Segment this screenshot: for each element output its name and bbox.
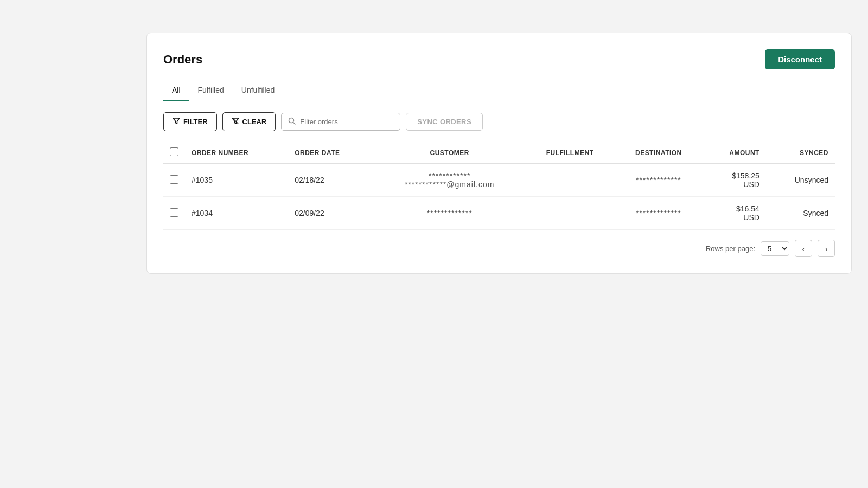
table-row: #103502/18/22************************@gm… [163,164,835,197]
cell-destination: ************* [615,164,703,197]
search-icon [288,117,296,126]
header-destination: DESTINATION [615,142,703,164]
search-wrapper [281,113,400,131]
chevron-left-icon: ‹ [802,244,805,253]
cell-customer: ************************@gmail.com [374,164,525,197]
next-page-button[interactable]: › [818,240,835,257]
cell-order-date: 02/18/22 [288,164,374,197]
clear-label: CLEAR [242,118,267,126]
header-checkbox-cell [163,142,185,164]
row-checkbox[interactable] [170,175,178,184]
tabs-bar: All Fulfilled Unfulfilled [163,80,835,101]
svg-line-2 [293,123,296,125]
main-content: Orders Disconnect All Fulfilled Unfulfil… [130,0,868,488]
filter-label: FILTER [183,118,208,126]
tab-unfulfilled[interactable]: Unfulfilled [233,80,283,101]
cell-amount: $158.25USD [703,164,766,197]
pagination-bar: Rows per page: 5102550 ‹ › [163,230,835,257]
customer-masked-name: ************ [380,171,519,180]
cell-order-number: #1035 [185,164,288,197]
header-customer: CUSTOMER [374,142,525,164]
unsynced-status: Unsynced [795,176,828,184]
header-order-number: ORDER NUMBER [185,142,288,164]
tab-fulfilled[interactable]: Fulfilled [189,80,233,101]
cell-customer: ************* [374,197,525,230]
disconnect-button[interactable]: Disconnect [765,49,835,69]
customer-masked-name: ************* [380,209,519,217]
select-all-checkbox[interactable] [170,147,178,156]
cell-order-date: 02/09/22 [288,197,374,230]
row-checkbox[interactable] [170,208,178,217]
toolbar: FILTER CLEAR [163,112,835,131]
cell-synced: Unsynced [766,164,835,197]
header-order-date: ORDER DATE [288,142,374,164]
prev-page-button[interactable]: ‹ [795,240,812,257]
synced-status: Synced [803,209,828,217]
orders-table-wrap: ORDER NUMBER ORDER DATE CUSTOMER FULFILL… [163,142,835,230]
header-synced: SYNCED [766,142,835,164]
header-amount: AMOUNT [703,142,766,164]
cell-fulfillment [525,197,615,230]
cell-destination: ************* [615,197,703,230]
table-row: #103402/09/22**************************$… [163,197,835,230]
orders-card: Orders Disconnect All Fulfilled Unfulfil… [146,33,852,274]
rows-per-page-label: Rows per page: [706,245,755,253]
orders-tbody: #103502/18/22************************@gm… [163,164,835,230]
clear-icon [232,117,239,126]
clear-button[interactable]: CLEAR [222,112,276,131]
row-checkbox-cell [163,197,185,230]
chevron-right-icon: › [825,244,828,253]
cell-synced: Synced [766,197,835,230]
cell-amount: $16.54USD [703,197,766,230]
cell-fulfillment [525,164,615,197]
table-header-row: ORDER NUMBER ORDER DATE CUSTOMER FULFILL… [163,142,835,164]
sync-orders-button[interactable]: SYNC ORDERS [406,113,483,131]
orders-table: ORDER NUMBER ORDER DATE CUSTOMER FULFILL… [163,142,835,230]
tab-all[interactable]: All [163,80,189,101]
cell-order-number: #1034 [185,197,288,230]
header-fulfillment: FULFILLMENT [525,142,615,164]
rows-per-page-select[interactable]: 5102550 [761,241,789,256]
orders-header: Orders Disconnect [163,49,835,69]
search-input[interactable] [300,118,393,126]
filter-button[interactable]: FILTER [163,112,217,131]
filter-icon [173,117,180,126]
page-title: Orders [163,53,202,67]
sidebar [0,0,130,488]
row-checkbox-cell [163,164,185,197]
customer-masked-email: ************@gmail.com [380,180,519,189]
